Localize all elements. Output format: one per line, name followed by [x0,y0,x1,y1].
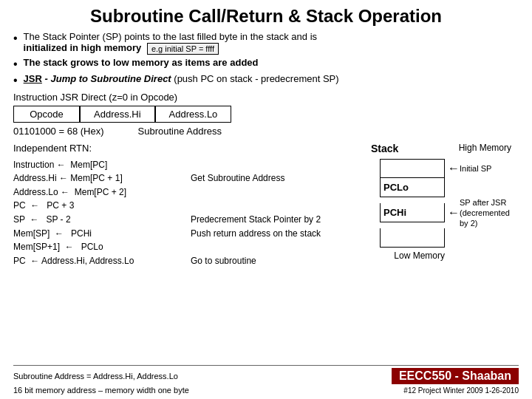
footer-meta: #12 Project Winter 2009 1-26-2010 [403,386,519,395]
sp-after-arrow-icon: ← [448,206,460,219]
sp-after-annotation: ← SP after JSR(decrementedby 2) [448,197,510,229]
opcode-row2: 01101000 = 68 (Hex) Subroutine Address [13,126,519,137]
bullet-dot-3: • [13,74,18,87]
code-main-3: PC ← PC + 3 [13,199,168,213]
left-column: Independent RTN: Instruction ← Mem[PC] A… [13,143,364,268]
code-main-7: PC ← Address.Hi, Address.Lo [13,254,168,268]
addresshi-header: Address.Hi [80,106,155,123]
right-column: Stack High Memory ← Initial SP PCLo [364,143,519,268]
stack-cell-top [380,159,445,178]
code-line-0: Instruction ← Mem[PC] [13,158,356,172]
stack-cell-pclo: PCLo [380,178,445,197]
code-main-5: Mem[SP] ← PCHi [13,227,168,241]
bullet1-before: The Stack Pointer (SP) points to the las… [24,31,317,42]
stack-cell-bottom [380,228,445,248]
stack-title: Stack [371,143,398,154]
code-comment-7: Go to subroutine [191,254,256,268]
rtn-label: Independent RTN: [13,143,356,154]
low-memory-label: Low Memory [371,250,445,261]
bullet3-after: (push PC on stack - predecrement SP) [171,73,339,84]
stack-row-top: ← Initial SP [371,159,511,178]
bullet-text-1: The Stack Pointer (SP) points to the las… [24,31,317,55]
stack-row-pclo: PCLo [371,178,511,197]
addresslo-header: Address.Lo [155,106,232,123]
bullet3-italic: - Jump to Subroutine Direct [42,73,171,84]
bullet3-jsr: JSR [24,73,42,84]
footer: Subroutine Address = Address.Hi, Address… [13,363,519,395]
opcode-value: 01101000 = 68 (Hex) [13,126,104,137]
bullet-text-2: The stack grows to low memory as items a… [24,57,259,68]
bullet-item-3: • JSR - Jump to Subroutine Direct (push … [13,73,519,87]
code-main-6: Mem[SP+1] ← PCLo [13,240,168,254]
main-body: Independent RTN: Instruction ← Mem[PC] A… [13,143,519,268]
code-comment-1: Get Subroutine Address [191,171,284,185]
code-main-1: Address.Hi ← Mem[PC + 1] [13,171,168,185]
bullet-dot-1: • [13,32,18,45]
bullet-item-1: • The Stack Pointer (SP) points to the l… [13,31,519,55]
high-memory-label: High Memory [459,143,511,154]
code-line-5: Mem[SP] ← PCHi Push return address on th… [13,227,356,241]
stack-cell-pchi: PCHi [380,203,445,222]
highlight-box: e.g initial SP = ffff [147,43,219,55]
stack-title-row: Stack High Memory [371,143,511,154]
initial-sp-annotation: ← Initial SP [448,162,491,175]
code-line-7: PC ← Address.Hi, Address.Lo Go to subrou… [13,254,356,268]
code-line-6: Mem[SP+1] ← PCLo [13,240,356,254]
opcode-table: Opcode Address.Hi Address.Lo [13,106,519,123]
code-line-2: Address.Lo ← Mem[PC + 2] [13,185,356,200]
instruction-label: Instruction JSR Direct (z=0 in Opcode) [13,92,519,103]
code-comment-5: Push return address on the stack [191,227,321,241]
bullet-section: • The Stack Pointer (SP) points to the l… [13,31,519,87]
bullet1-highlight: initialized in high memory [24,42,142,53]
initial-sp-label: Initial SP [460,164,491,173]
code-main-4: SP ← SP - 2 [13,213,168,227]
footer-divider [13,365,519,366]
stack-diagram: ← Initial SP PCLo PCHi ← SP after JSR(de… [371,159,511,262]
code-main-0: Instruction ← Mem[PC] [13,158,168,172]
code-block: Instruction ← Mem[PC] Address.Hi ← Mem[P… [13,158,356,268]
bullet-item-2: • The stack grows to low memory as items… [13,57,519,71]
sp-after-label: SP after JSR(decrementedby 2) [460,197,510,229]
stack-row-bottom [371,228,511,248]
footer-note: 16 bit memory address – memory width one… [13,386,189,395]
code-line-1: Address.Hi ← Mem[PC + 1] Get Subroutine … [13,171,356,185]
code-line-4: SP ← SP - 2 Predecrement Stack Pointer b… [13,213,356,227]
code-comment-4: Predecrement Stack Pointer by 2 [191,213,321,227]
footer-row: Subroutine Address = Address.Hi, Address… [13,368,519,384]
stack-row-pchi: PCHi ← SP after JSR(decrementedby 2) [371,197,511,229]
footer-left: Subroutine Address = Address.Hi, Address… [13,372,178,381]
footer-bottom-row: 16 bit memory address – memory width one… [13,386,519,395]
page: Subroutine Call/Return & Stack Operation… [0,0,532,399]
initial-sp-arrow-icon: ← [448,162,460,175]
page-title: Subroutine Call/Return & Stack Operation [13,6,519,27]
footer-brand: EECC550 - Shaaban [392,368,519,384]
bullet-text-3: JSR - Jump to Subroutine Direct (push PC… [24,73,339,84]
opcode-header: Opcode [13,106,80,123]
subroutine-address-label: Subroutine Address [138,126,222,137]
bullet-dot-2: • [13,58,18,71]
code-line-3: PC ← PC + 3 [13,199,356,213]
code-main-2: Address.Lo ← Mem[PC + 2] [13,185,168,200]
